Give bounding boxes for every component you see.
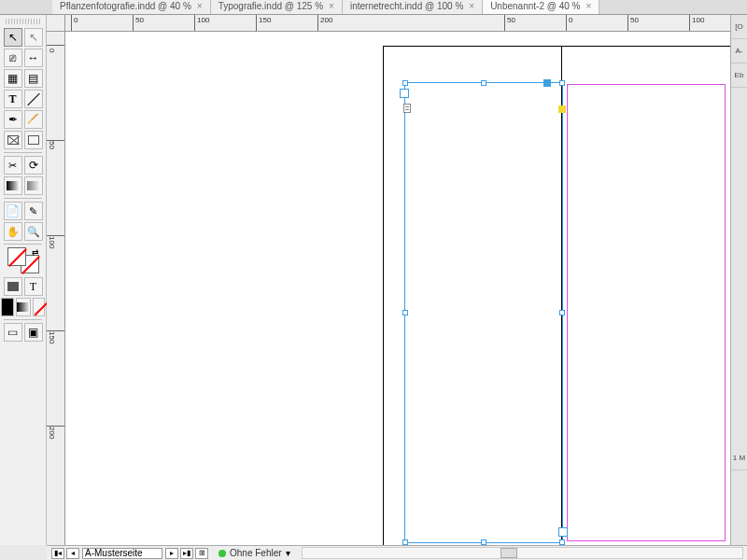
eyedropper-tool[interactable] [24, 202, 43, 220]
type-tool[interactable]: T [4, 90, 22, 108]
hand-tool[interactable] [4, 222, 22, 241]
free-transform-tool[interactable]: ⟳ [24, 156, 43, 175]
tab-doc[interactable]: Typografie.indd @ 125 %× [211, 0, 343, 14]
close-icon[interactable]: × [197, 1, 203, 11]
content-placer-tool[interactable]: ▤ [24, 69, 43, 88]
link-indicator-icon [543, 79, 551, 87]
panel-tab[interactable]: [O [731, 15, 747, 39]
zoom-tool[interactable] [24, 222, 43, 241]
selection-handle[interactable] [559, 80, 565, 86]
thread-indicator-icon [403, 104, 411, 113]
fill-swatch[interactable] [7, 247, 26, 266]
gradient-swatch-tool[interactable] [4, 176, 22, 195]
horizontal-ruler[interactable]: 0 50 100 150 200 50 0 50 100 [65, 15, 747, 32]
tab-doc[interactable]: Unbenannt-2 @ 40 %× [483, 0, 599, 14]
page-tool[interactable]: ⎚ [4, 49, 22, 67]
first-page-button[interactable]: ▮◂ [51, 548, 64, 559]
anchored-object-icon [558, 105, 566, 113]
tab-doc[interactable]: internetrecht.indd @ 100 %× [343, 0, 483, 14]
tab-doc[interactable]: Pflanzenfotografie.indd @ 40 %× [52, 0, 211, 14]
preflight-ok-icon [218, 550, 226, 557]
next-page-button[interactable]: ▸ [165, 548, 178, 559]
panel-tab[interactable]: 1 M [731, 446, 747, 470]
status-bar: ▮◂ ◂ ▸ ▸▮ ⊞ Ohne Fehler ▾ [47, 545, 747, 560]
fill-stroke-swatch[interactable]: ⇄ [7, 247, 39, 273]
horizontal-scrollbar[interactable] [302, 547, 743, 559]
direct-selection-tool[interactable]: ↖ [24, 28, 43, 47]
rectangle-tool[interactable] [24, 131, 43, 149]
scissors-tool[interactable] [4, 156, 22, 175]
apply-color-icon[interactable] [1, 298, 14, 316]
right-dock: [O A- Eb 1 M [730, 15, 747, 545]
line-tool[interactable] [24, 90, 43, 108]
panel-tab[interactable]: Eb [731, 63, 747, 88]
in-port[interactable] [400, 89, 409, 98]
apply-none-icon[interactable] [33, 298, 46, 316]
selection-tool[interactable]: ↖ [4, 28, 22, 47]
formatting-text-icon[interactable]: T [24, 277, 43, 296]
prev-page-button[interactable]: ◂ [66, 548, 79, 559]
last-page-button[interactable]: ▸▮ [180, 548, 193, 559]
vertical-ruler[interactable]: 0 50 100 150 200 [47, 32, 65, 545]
open-pages-panel-button[interactable]: ⊞ [195, 548, 208, 559]
preflight-menu-icon[interactable]: ▾ [286, 548, 290, 558]
close-icon[interactable]: × [329, 1, 334, 11]
view-mode-preview[interactable]: ▣ [24, 323, 43, 342]
rectangle-frame-tool[interactable] [4, 131, 22, 149]
panel-tab[interactable]: A- [731, 39, 747, 63]
scroll-thumb[interactable] [500, 548, 517, 558]
note-tool[interactable]: 📄 [4, 202, 22, 220]
close-icon[interactable]: × [585, 1, 591, 11]
ruler-origin[interactable] [47, 15, 65, 32]
gradient-feather-tool[interactable] [24, 176, 43, 195]
view-mode-normal[interactable]: ▭ [4, 323, 22, 342]
content-collector-tool[interactable]: ▦ [4, 69, 22, 88]
out-port[interactable] [558, 527, 568, 537]
formatting-container-icon[interactable] [4, 277, 22, 296]
master-spread[interactable] [383, 46, 738, 545]
swap-fill-stroke-icon[interactable]: ⇄ [32, 247, 39, 257]
page-field[interactable] [82, 548, 162, 559]
document-tabs: Pflanzenfotografie.indd @ 40 %× Typograf… [0, 0, 747, 15]
pencil-tool[interactable] [24, 110, 43, 129]
close-icon[interactable]: × [469, 1, 474, 11]
apply-gradient-icon[interactable] [16, 298, 31, 316]
selection-handle[interactable] [481, 80, 486, 86]
margin-guide-right [567, 84, 726, 541]
gap-tool[interactable]: ↔ [24, 49, 43, 67]
toolbox: ↖↖ ⎚↔ ▦▤ T ✒ ⟳ 📄 ⇄ T ▭▣ [0, 15, 47, 545]
pen-tool[interactable]: ✒ [4, 110, 22, 129]
panel-grip[interactable] [6, 19, 40, 24]
selection-handle[interactable] [402, 310, 408, 315]
text-frame[interactable] [404, 82, 563, 543]
selection-handle[interactable] [559, 310, 565, 315]
selection-handle[interactable] [402, 80, 408, 86]
preflight-status[interactable]: Ohne Fehler [230, 548, 282, 558]
pasteboard[interactable] [65, 32, 747, 545]
